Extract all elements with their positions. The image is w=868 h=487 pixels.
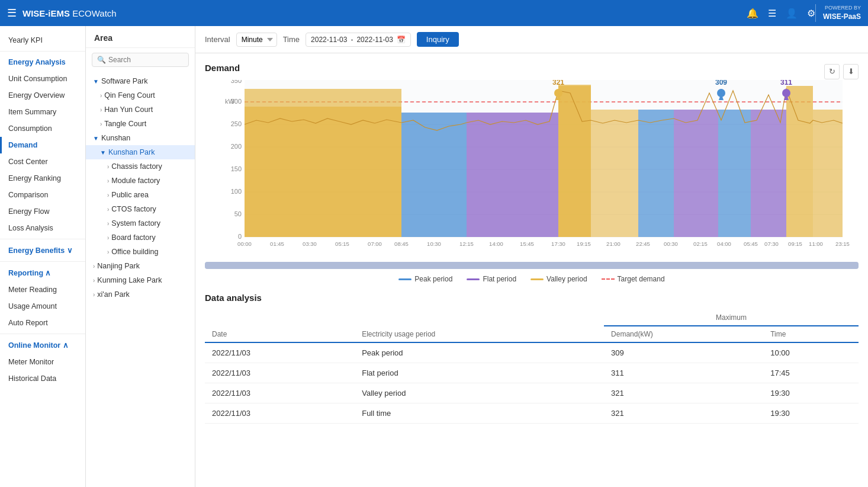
inquiry-button[interactable]: Inquiry — [417, 32, 459, 47]
child-icon: › — [100, 121, 102, 127]
tree-node-kunshan[interactable]: ▼ Kunshan — [86, 131, 195, 145]
tree-label: Public area — [111, 191, 149, 199]
row-date: 2022/11/03 — [205, 403, 355, 424]
date-start: 2022-11-03 — [311, 36, 347, 44]
nav-yearly-kpi[interactable]: Yearly KPI — [0, 32, 85, 49]
legend-peak-label: Peak period — [414, 275, 452, 283]
legend-flat-label: Flat period — [483, 275, 516, 283]
tree-label: xi'an Park — [97, 290, 130, 299]
expand-icon: ▼ — [93, 135, 99, 142]
tree-node-tangle-court[interactable]: › Tangle Court — [86, 117, 195, 131]
tree-label: Tangle Court — [104, 120, 146, 128]
nav-energy-flow[interactable]: Energy Flow — [0, 203, 85, 220]
user-icon[interactable]: 👤 — [786, 8, 798, 19]
bell-icon[interactable]: 🔔 — [747, 8, 758, 19]
row-demand: 321 — [604, 383, 763, 403]
expand-icon: ▼ — [93, 78, 99, 85]
tree-label: Office building — [111, 248, 158, 256]
nav-meter-reading[interactable]: Meter Reading — [0, 281, 85, 298]
tree-node-office[interactable]: › Office building — [86, 245, 195, 259]
tree-node-han-yun[interactable]: › Han Yun Court — [86, 102, 195, 117]
tree-label: Han Yun Court — [104, 105, 153, 114]
svg-text:10:30: 10:30 — [427, 241, 441, 247]
app-logo: WISE-iEMS ECOWatch — [22, 8, 117, 18]
chart-download-button[interactable]: ⬇ — [843, 64, 859, 79]
svg-text:07:30: 07:30 — [764, 241, 779, 247]
svg-text:19:15: 19:15 — [577, 241, 591, 247]
tree-node-kunshan-park[interactable]: ▼ Kunshan Park — [86, 145, 195, 159]
svg-text:350: 350 — [231, 80, 242, 84]
chart-refresh-button[interactable]: ↻ — [824, 64, 840, 79]
legend-target-color — [602, 278, 615, 280]
area-panel: Area 🔍 ▼ Software Park › Qin Feng Court … — [86, 26, 195, 487]
nav-energy-ranking[interactable]: Energy Ranking — [0, 170, 85, 187]
tree-label: Board factory — [111, 233, 155, 242]
svg-text:05:45: 05:45 — [744, 241, 758, 247]
child-icon: › — [100, 92, 102, 99]
th-date: Date — [205, 310, 355, 342]
tree-node-module[interactable]: › Module factory — [86, 174, 195, 188]
tree-node-software-park[interactable]: ▼ Software Park — [86, 74, 195, 88]
tree-node-board[interactable]: › Board factory — [86, 230, 195, 245]
date-separator: - — [351, 36, 353, 44]
nav-meter-monitor[interactable]: Meter Monitor — [0, 354, 85, 370]
nav-item-summary[interactable]: Item Summary — [0, 104, 85, 120]
child-icon: › — [107, 249, 109, 255]
legend-target-label: Target demand — [618, 275, 665, 283]
tree-node-chassis[interactable]: › Chassis factory — [86, 159, 195, 174]
data-table: Date Electricity usage period Maximum De… — [205, 310, 859, 424]
interval-select[interactable]: Minute Hour Day — [236, 33, 277, 47]
nav-demand[interactable]: Demand — [0, 137, 85, 153]
calendar-icon[interactable]: 📅 — [397, 36, 406, 44]
legend-target: Target demand — [602, 275, 665, 283]
nav-comparison[interactable]: Comparison — [0, 187, 85, 203]
nav-historical-data[interactable]: Historical Data — [0, 370, 85, 387]
svg-text:15:45: 15:45 — [520, 241, 534, 247]
nav-auto-report[interactable]: Auto Report — [0, 315, 85, 331]
legend-peak: Peak period — [398, 275, 452, 283]
area-search-box[interactable]: 🔍 — [92, 53, 189, 67]
nav-usage-amount[interactable]: Usage Amount — [0, 298, 85, 315]
svg-text:250: 250 — [231, 120, 242, 127]
search-input[interactable] — [108, 56, 184, 64]
nav-energy-benefits[interactable]: Energy Benefits ∨ — [0, 242, 85, 259]
nav-online-monitor[interactable]: Online Monitor ∧ — [0, 337, 85, 354]
chart-scrollbar[interactable] — [205, 262, 859, 269]
th-time: Time — [763, 326, 859, 342]
expand-icon: ▼ — [100, 149, 106, 156]
tree-node-qin-feng[interactable]: › Qin Feng Court — [86, 88, 195, 102]
tree-node-kunming[interactable]: › Kunming Lake Park — [86, 273, 195, 287]
chart-svg-container: 0 50 100 150 200 250 300 350 kW — [205, 80, 859, 259]
content-area: Interval Minute Hour Day Time 2022-11-03… — [195, 26, 868, 487]
svg-rect-23 — [558, 85, 591, 237]
tree-node-public-area[interactable]: › Public area — [86, 188, 195, 202]
nav-energy-analysis[interactable]: Energy Analysis — [0, 54, 85, 71]
tree-label: Chassis factory — [111, 162, 162, 171]
nav-unit-consumption[interactable]: Unit Consumption — [0, 71, 85, 87]
th-maximum: Maximum — [604, 310, 859, 326]
date-range[interactable]: 2022-11-03 - 2022-11-03 📅 — [306, 33, 411, 47]
tree-node-system[interactable]: › System factory — [86, 216, 195, 230]
tree-node-nanjing[interactable]: › Nanjing Park — [86, 259, 195, 273]
tree-node-xian[interactable]: › xi'an Park — [86, 287, 195, 302]
chart-section: Demand ↻ ⬇ — [195, 53, 868, 293]
area-panel-title: Area — [86, 26, 195, 48]
hamburger-icon[interactable]: ☰ — [7, 7, 17, 20]
nav-consumption[interactable]: Consumption — [0, 120, 85, 137]
tree-node-ctos[interactable]: › CTOS factory — [86, 202, 195, 216]
date-end: 2022-11-03 — [356, 36, 393, 44]
child-icon: › — [107, 235, 109, 241]
settings-icon[interactable]: ⚙ — [807, 8, 815, 19]
nav-loss-analysis[interactable]: Loss Analysis — [0, 220, 85, 236]
nav-cost-center[interactable]: Cost Center — [0, 153, 85, 170]
chart-legend: Peak period Flat period Valley period Ta… — [205, 275, 859, 283]
nav-reporting[interactable]: Reporting ∧ — [0, 264, 85, 281]
toolbar: Interval Minute Hour Day Time 2022-11-03… — [195, 26, 868, 53]
svg-rect-28 — [751, 110, 786, 237]
child-icon: › — [107, 192, 109, 198]
row-time: 19:30 — [763, 383, 859, 403]
left-nav: Yearly KPI Energy Analysis Unit Consumpt… — [0, 26, 86, 487]
svg-text:01:45: 01:45 — [270, 241, 284, 247]
nav-energy-overview[interactable]: Energy Overview — [0, 87, 85, 104]
menu-icon[interactable]: ☰ — [768, 8, 776, 19]
